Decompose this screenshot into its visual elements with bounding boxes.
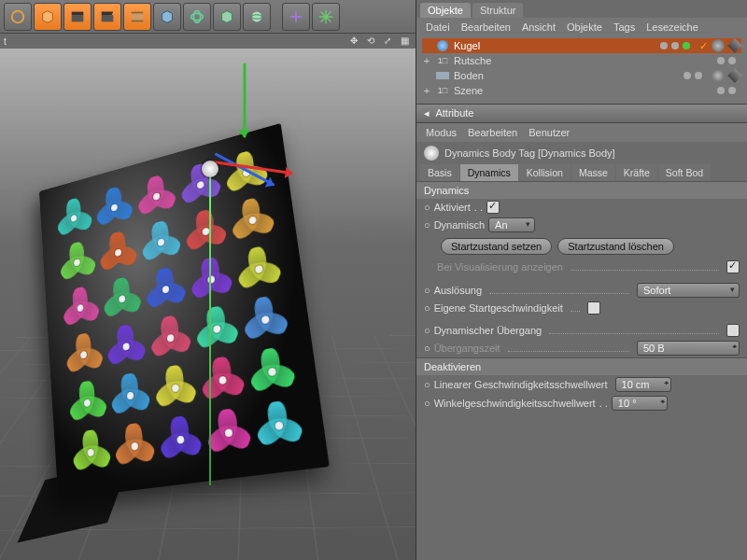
uebergangszeit-label: Übergangszeit — [434, 343, 500, 354]
tri-piece — [97, 227, 139, 278]
objects-menubar: Datei Bearbeiten Ansicht Objekte Tags Le… — [416, 18, 747, 36]
dynamisch-label: Dynamisch — [434, 219, 485, 231]
attr-menu-bearbeiten[interactable]: Bearbeiten — [468, 127, 517, 138]
tool-clapper-icon[interactable] — [63, 3, 92, 31]
attr-tab-kräfte[interactable]: Kräfte — [616, 164, 657, 181]
tree-row-rutsche[interactable]: +1□Rutsche — [422, 53, 741, 68]
dynamics-tag-icon[interactable] — [727, 68, 742, 83]
attr-tab-masse[interactable]: Masse — [571, 164, 615, 181]
svg-rect-5 — [132, 11, 144, 13]
tool-cube2-icon[interactable] — [153, 3, 181, 31]
tool-sphere-icon[interactable] — [243, 3, 271, 31]
circle-icon: ○ — [424, 285, 430, 296]
aktiviert-checkbox[interactable] — [486, 201, 500, 214]
tool-cube3-icon[interactable] — [213, 3, 241, 31]
ausloesung-select[interactable]: Sofort — [637, 283, 740, 298]
group-deaktivieren: Deaktivieren — [416, 357, 747, 375]
object-tree[interactable]: Kugel✓+1□RutscheBoden+1□Szene — [416, 36, 747, 104]
tri-piece — [61, 283, 102, 334]
attr-tab-soft bod[interactable]: Soft Bod — [658, 164, 711, 181]
right-dock: Objekte Struktur Datei Bearbeiten Ansich… — [416, 0, 747, 560]
tree-item-label: Kugel — [454, 40, 525, 51]
tool-arrows-icon[interactable] — [312, 3, 340, 31]
material-tag-icon[interactable] — [712, 39, 725, 52]
attr-menu-modus[interactable]: Modus — [426, 127, 457, 138]
tool-cube-icon[interactable] — [34, 3, 62, 31]
transform-gizmo[interactable] — [187, 136, 317, 220]
tab-struktur[interactable]: Struktur — [472, 3, 524, 18]
tab-objekte[interactable]: Objekte — [420, 3, 471, 18]
check-icon[interactable]: ✓ — [699, 40, 708, 52]
tri-piece — [204, 405, 255, 461]
aktiviert-label: Aktiviert — [434, 202, 471, 213]
dynamics-tag-icon[interactable] — [727, 38, 742, 53]
tag-name-label: Dynamics Body Tag [Dynamics Body] — [444, 147, 615, 159]
tool-cross-icon[interactable] — [282, 3, 310, 31]
startzustand-setzen-button[interactable]: Startzustand setzen — [441, 238, 552, 255]
menu-datei[interactable]: Datei — [426, 21, 450, 33]
sphere-icon — [435, 39, 450, 52]
visualisierung-checkbox[interactable] — [726, 260, 740, 273]
tri-piece — [70, 427, 113, 479]
dynamisch-select[interactable]: An — [488, 217, 535, 232]
menu-lesezeichen[interactable]: Lesezeiche — [646, 21, 698, 33]
material-tag-icon[interactable] — [712, 69, 725, 82]
winkel-label: Winkelgeschwindigkeitsschwellwert — [434, 398, 596, 409]
lin-field[interactable]: 10 cm — [615, 377, 671, 392]
menu-ansicht[interactable]: Ansicht — [522, 21, 556, 33]
attribute-tabs: BasisDynamicsKollisionMasseKräfteSoft Bo… — [416, 164, 747, 181]
tree-row-kugel[interactable]: Kugel✓ — [422, 38, 741, 53]
tri-piece — [148, 311, 194, 365]
expand-icon[interactable]: + — [422, 85, 431, 96]
tri-piece — [192, 301, 241, 357]
tri-piece — [233, 242, 284, 298]
tool-ring-icon[interactable] — [183, 3, 211, 31]
floor-icon — [435, 69, 450, 82]
vp-rotate-icon[interactable]: ⟲ — [367, 35, 378, 47]
visibility-dots[interactable] — [660, 42, 696, 49]
attr-menu-benutzer[interactable]: Benutzer — [529, 127, 570, 138]
tree-row-szene[interactable]: +1□Szene — [422, 83, 741, 98]
menu-tags[interactable]: Tags — [613, 21, 635, 33]
tree-item-label: Szene — [454, 85, 525, 96]
attr-tab-dynamics[interactable]: Dynamics — [460, 164, 518, 181]
menu-bearbeiten[interactable]: Bearbeiten — [461, 21, 511, 33]
viewport-label: t — [4, 36, 7, 47]
visualisierung-label: Bei Visualisierung anzeigen — [437, 261, 563, 273]
tri-piece — [55, 193, 94, 244]
tri-piece — [134, 170, 178, 222]
tree-row-boden[interactable]: Boden — [422, 68, 741, 83]
tool-clapper2-icon[interactable] — [93, 3, 121, 31]
vp-frame-icon[interactable]: ▦ — [401, 35, 412, 47]
svg-point-0 — [12, 10, 24, 22]
viewport[interactable]: t ✥ ⟲ ⤢ ▦ — [0, 34, 416, 560]
visibility-dots[interactable] — [717, 87, 741, 94]
svg-rect-6 — [132, 20, 144, 21]
uebergangszeit-field[interactable]: 50 B — [637, 341, 740, 356]
startzustand-loeschen-button[interactable]: Startzustand löschen — [557, 238, 674, 255]
kugel-object[interactable] — [202, 161, 218, 177]
eigene-start-label: Eigene Startgeschwindigkeit — [434, 302, 563, 314]
tri-piece — [105, 320, 148, 372]
attr-tab-kollision[interactable]: Kollision — [519, 164, 571, 181]
winkel-field[interactable]: 10 ° — [612, 396, 668, 411]
svg-point-11 — [294, 15, 298, 19]
visibility-dots[interactable] — [717, 57, 741, 64]
menu-objekte[interactable]: Objekte — [567, 21, 602, 33]
gizmo-y-axis[interactable] — [244, 63, 247, 138]
attr-tab-basis[interactable]: Basis — [420, 164, 459, 181]
objects-panel-tabs: Objekte Struktur — [416, 0, 747, 18]
tri-piece — [152, 361, 200, 415]
dyn-uebergang-checkbox[interactable] — [726, 324, 740, 337]
tri-piece — [101, 273, 144, 325]
tri-piece — [108, 369, 153, 422]
group-dynamics: Dynamics — [416, 181, 747, 199]
vp-move-icon[interactable]: ✥ — [350, 35, 361, 47]
eigene-start-checkbox[interactable] — [587, 301, 600, 315]
tool-circle-icon[interactable] — [4, 3, 32, 31]
expand-icon[interactable]: + — [422, 55, 431, 66]
svg-point-9 — [252, 11, 262, 21]
tool-film-icon[interactable] — [123, 3, 151, 31]
visibility-dots[interactable] — [684, 72, 708, 79]
vp-zoom-icon[interactable]: ⤢ — [384, 35, 395, 47]
